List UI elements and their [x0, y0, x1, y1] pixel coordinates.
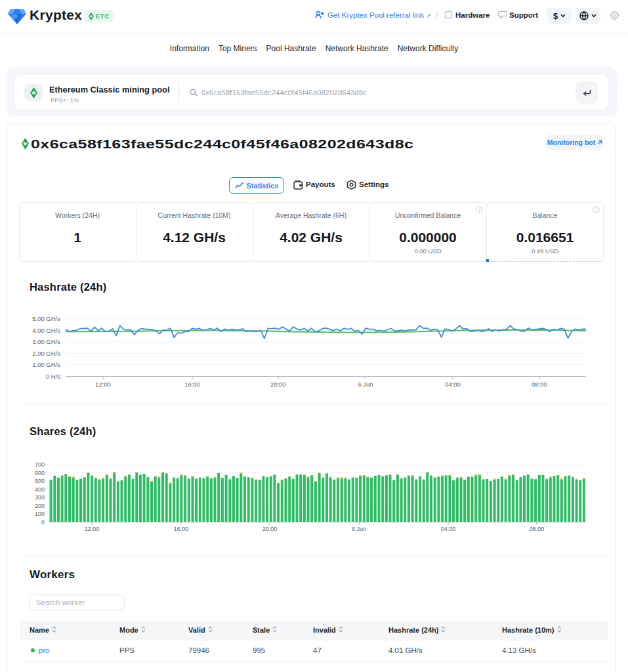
svg-text:300: 300 — [35, 494, 45, 501]
svg-text:400: 400 — [35, 486, 45, 493]
svg-text:20:00: 20:00 — [270, 381, 286, 388]
svg-text:20:00: 20:00 — [262, 526, 278, 532]
svg-text:5.00 GH/s: 5.00 GH/s — [32, 315, 60, 322]
svg-text:6 Jun: 6 Jun — [352, 526, 366, 532]
svg-text:08:00: 08:00 — [530, 526, 545, 532]
svg-text:04:00: 04:00 — [445, 381, 461, 388]
svg-text:0 H/s: 0 H/s — [46, 373, 60, 380]
svg-text:600: 600 — [35, 470, 45, 476]
svg-text:3.00 GH/s: 3.00 GH/s — [32, 338, 60, 345]
svg-text:200: 200 — [35, 503, 45, 509]
svg-text:2.00 GH/s: 2.00 GH/s — [32, 350, 60, 357]
svg-text:100: 100 — [35, 511, 45, 517]
svg-text:04:00: 04:00 — [441, 526, 456, 532]
svg-text:6 Jun: 6 Jun — [358, 381, 373, 388]
svg-text:16:00: 16:00 — [174, 526, 189, 532]
svg-text:1.00 GH/s: 1.00 GH/s — [32, 361, 60, 368]
svg-text:0: 0 — [41, 519, 45, 526]
svg-text:700: 700 — [35, 461, 45, 468]
svg-text:16:00: 16:00 — [184, 381, 200, 388]
svg-text:12:00: 12:00 — [85, 526, 100, 532]
svg-text:500: 500 — [35, 478, 45, 484]
svg-text:12:00: 12:00 — [95, 381, 111, 388]
svg-text:08:00: 08:00 — [532, 381, 547, 388]
svg-text:4.00 GH/s: 4.00 GH/s — [32, 327, 60, 334]
